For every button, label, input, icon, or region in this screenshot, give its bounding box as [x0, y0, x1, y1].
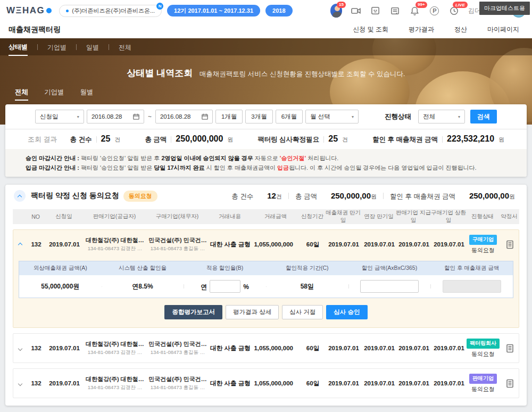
cell-amount: 1,055,000,000 — [252, 345, 301, 351]
row-main[interactable]: 132 2019.07.01 대한철강(주) 대한철… 134-81-08473… — [13, 230, 519, 259]
apply-rate-input[interactable] — [210, 280, 240, 293]
service-nav: 매출채권팩터링 신청 및 조회 평가결과 정산 마이페이지 — [0, 21, 532, 38]
memo-button[interactable] — [389, 5, 401, 17]
divider — [288, 193, 289, 199]
period-6month-button[interactable]: 6개월 — [276, 110, 303, 123]
summary-title: 조회 결과 — [28, 135, 57, 144]
live-button[interactable]: LIVE — [448, 5, 460, 17]
agreement-doc-button[interactable] — [500, 240, 520, 249]
cell-content: 대한 사출 금형 — [209, 241, 252, 249]
discount-amount-input[interactable] — [360, 280, 419, 293]
col-apply-date: 신청일 — [45, 213, 83, 220]
tab-by-day[interactable]: 일별 — [86, 39, 99, 55]
cell-seller: 대한철강(주) 대한철… 134-81-08473 김경찬 … — [84, 236, 146, 252]
cell-pay-date: 2019.07.01 — [396, 345, 431, 351]
evaluation-detail-button[interactable]: 평가결과 상세 — [226, 305, 279, 319]
row-main[interactable]: 132 2019.07.01 대한철강(주) 대한철… 134-81-08473… — [13, 334, 519, 362]
section-header: 팩터링 약정 신청 동의요청 동의요청 총 건수 12건 총 금액 250,00… — [5, 185, 527, 207]
status-badge: 구매기업 — [469, 235, 497, 245]
profile-shortcut[interactable]: 15 — [330, 5, 342, 17]
tab-all[interactable]: 전체 — [119, 39, 131, 55]
notice-deposit-deadline: 입금 마감시간 안내 : 팩터링 '승인요청' 알림 받은 당일 17시까지 완… — [26, 163, 506, 172]
notice-red: 입금 — [277, 164, 289, 171]
col-maturity: 매출채권 만기일 — [325, 209, 362, 224]
sub-tabbar: 전체 기업별 월별 — [0, 88, 532, 101]
evaluation-report-button[interactable]: 종합평가보고서 — [164, 305, 222, 319]
section-discounted-amount: 할인 후 매출채권 금액 250,000,00원 — [390, 191, 515, 201]
cell-maturity: 2019.07.01 — [325, 345, 362, 351]
date-from-input[interactable]: 2016.08.28 — [87, 110, 144, 123]
menu-mypage[interactable]: 마이페이지 — [487, 25, 519, 34]
summary-review-needed: 팩터링 심사확정필요 25건 — [257, 134, 348, 144]
row-expand-button[interactable] — [13, 345, 27, 351]
status-badge: 판매기업 — [469, 374, 497, 384]
subtab-by-company[interactable]: 기업별 — [44, 88, 64, 101]
cell-buyer: 민국건설(주) 민국건… 134-81-08473 홍길동 … — [146, 375, 209, 391]
fiscal-period-pill[interactable]: 12기 2017.01.01 ~ 2017.12.31 — [167, 5, 260, 17]
subtab-by-month[interactable]: 월별 — [80, 88, 94, 101]
summary-label: 팩터링 심사확정필요 — [257, 135, 319, 144]
company-selector[interactable]: (주)더존비즈온(주)더존비즈온... N — [59, 5, 162, 17]
review-reject-button[interactable]: 심사 거절 — [282, 305, 323, 319]
agreement-doc-button[interactable] — [500, 379, 520, 388]
search-button[interactable]: 검색 — [470, 110, 497, 123]
status-text: 동의요청 — [471, 385, 495, 393]
col-no: NO — [27, 213, 45, 220]
status-text: 동의요청 — [471, 246, 495, 254]
row-detail-panel: 외상매출채권 금액(A) 시스템 산출 할인율 적용 할인율(B) 할인적용 기… — [13, 259, 519, 298]
detail-system-rate: 연8.5% — [102, 282, 184, 291]
notice-panel: 승인 마감시간 안내 : 팩터링 '승인요청' 알림 받은 후 2영업일 이내에… — [5, 149, 527, 177]
notice-text: 팩터링 '승인요청' 알림 받은 — [81, 164, 154, 171]
summary-unit: 건 — [114, 136, 120, 144]
chat-button[interactable] — [370, 5, 381, 17]
tab-by-company[interactable]: 기업별 — [47, 39, 66, 55]
row-main[interactable]: 132 2019.07.01 대한철강(주) 대한철… 134-81-08473… — [13, 369, 519, 398]
date-to-value: 2016.08.28 — [160, 113, 191, 120]
divider — [383, 193, 384, 199]
chevron-up-icon — [18, 195, 22, 199]
cell-repay-date: 2019.07.01 — [431, 241, 467, 248]
year-pill[interactable]: 2018 — [265, 5, 292, 17]
tab-by-status[interactable]: 상태별 — [9, 38, 28, 56]
col-status: 진행상태 — [466, 213, 499, 220]
date-from-value: 2016.08.28 — [92, 113, 122, 120]
detail-apply-rate: 연% — [184, 280, 266, 293]
cell-amount: 1,055,000,000 — [252, 380, 301, 386]
service-title: 매출채권팩터링 — [9, 25, 61, 35]
summary-unit: 원 — [498, 136, 504, 144]
wehago-logo[interactable]: WΞHAG — [6, 5, 52, 16]
period-3month-button[interactable]: 3개월 — [245, 110, 272, 123]
notice-text: 시 할인 후 매출채권금액이 — [205, 164, 277, 171]
dcol-after-amount: 할인 후 매출채권 금액 — [430, 265, 513, 272]
cell-maturity: 2019.07.01 — [325, 241, 362, 248]
menu-eval-result[interactable]: 평가결과 — [409, 25, 434, 34]
agreement-section-card: 팩터링 약정 신청 동의요청 동의요청 총 건수 12건 총 금액 250,00… — [5, 185, 527, 406]
subtab-all[interactable]: 전체 — [15, 88, 28, 101]
agreement-doc-button[interactable] — [500, 344, 520, 353]
tab-divider — [37, 44, 38, 50]
collapse-button[interactable] — [14, 190, 26, 202]
cell-no: 132 — [27, 241, 45, 248]
summary-unit: 원 — [227, 136, 233, 144]
date-to-input[interactable]: 2016.08.28 — [155, 110, 213, 123]
point-button[interactable]: P — [429, 5, 440, 17]
section-total-amount: 총 금액 250,000,00원 — [295, 191, 377, 201]
menu-apply-search[interactable]: 신청 및 조회 — [353, 25, 388, 34]
video-call-button[interactable] — [350, 5, 362, 17]
row-expand-button[interactable] — [13, 380, 27, 386]
service-menus: 신청 및 조회 평가결과 정산 마이페이지 — [353, 25, 523, 34]
row-collapse-button[interactable] — [13, 241, 27, 248]
col-period: 신청기간 — [300, 213, 325, 220]
menu-settlement[interactable]: 정산 — [454, 25, 467, 34]
month-select[interactable]: 월 선택▾ — [305, 110, 359, 123]
cell-status: 팩터링회사 동의요청 — [467, 339, 500, 358]
summary-discounted-amount: 할인 후 매출채권 금액 223,532,210원 — [372, 134, 504, 144]
review-approve-button[interactable]: 심사 승인 — [326, 305, 367, 319]
status-select[interactable]: 전체▾ — [418, 110, 465, 123]
document-icon — [506, 379, 514, 388]
cell-buyer: 민국건설(주) 민국건… 134-81-08473 홍길동 … — [146, 236, 209, 252]
period-1month-button[interactable]: 1개월 — [215, 110, 243, 123]
date-type-select[interactable]: 신청일▾ — [35, 110, 84, 123]
factoring-table: NO 신청일 판매기업(공급자) 구매기업(채무자) 거래내용 거래금액 신청기… — [5, 207, 527, 398]
notification-button[interactable]: 99+ — [409, 5, 421, 17]
